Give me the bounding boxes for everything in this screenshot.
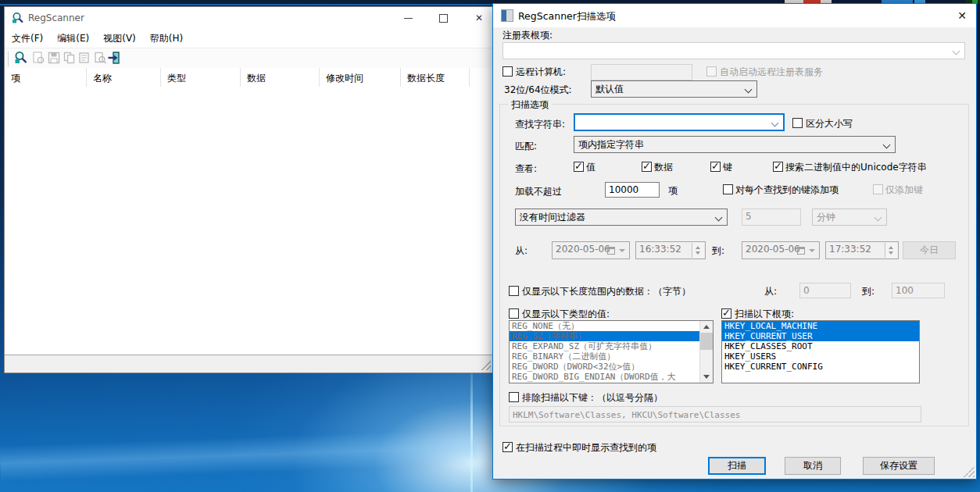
- case-sensitive-checkbox[interactable]: [792, 118, 803, 128]
- column-header-6[interactable]: 数据长度: [401, 68, 470, 87]
- exclude-keys-checkbox[interactable]: [509, 392, 519, 402]
- save-settings-button[interactable]: 保存设置: [863, 457, 935, 475]
- look-data-checkbox[interactable]: [642, 162, 652, 172]
- scan-button[interactable]: 扫描: [708, 457, 766, 475]
- menu-edit[interactable]: 编辑(E): [50, 29, 96, 48]
- dialog-title: RegScanner扫描选项: [518, 10, 616, 23]
- chevron-down-icon: [715, 214, 723, 222]
- resize-grip-icon[interactable]: [964, 466, 975, 477]
- menu-help[interactable]: 帮助(H): [143, 29, 190, 48]
- load-limit-prefix-label: 加载不超过: [515, 185, 562, 198]
- menu-file[interactable]: 文件(F): [5, 29, 50, 48]
- list-item[interactable]: REG_SZ（字符串）: [510, 331, 713, 341]
- match-label: 匹配:: [515, 140, 537, 153]
- list-item[interactable]: REG_DWORD（DWORD<32位>值）: [510, 362, 713, 372]
- length-to-label: 到:: [862, 285, 874, 298]
- column-header-1[interactable]: 项: [5, 68, 87, 87]
- column-header-4[interactable]: 数据: [241, 68, 320, 87]
- exclude-keys-label: 排除扫描以下键：（以逗号分隔）: [522, 391, 663, 405]
- column-header-5[interactable]: 修改时间: [320, 68, 401, 87]
- main-title-bar[interactable]: RegScanner ✕: [5, 7, 493, 29]
- registry-base-combobox[interactable]: [503, 42, 965, 59]
- time-filter-number-input: 5: [742, 209, 801, 226]
- list-item[interactable]: HKEY_CURRENT_USER: [722, 331, 919, 341]
- open-regedit-icon: [31, 51, 47, 66]
- load-limit-suffix-label: 项: [668, 184, 678, 198]
- list-item[interactable]: REG_BINARY（二进制值）: [510, 351, 713, 362]
- dialog-title-bar[interactable]: RegScanner扫描选项 ✕: [493, 4, 976, 27]
- chevron-down-icon: [953, 48, 960, 55]
- close-button[interactable]: ✕: [463, 7, 495, 29]
- show-found-during-scan-label: 在扫描过程中即时显示查找到的项: [516, 441, 656, 455]
- bitmode-label: 32位/64位模式:: [504, 84, 572, 97]
- desktop: RegScanner ✕ 文件(F)编辑(E)视图(V)帮助(H) 项名称类型数…: [0, 0, 980, 492]
- remote-computer-checkbox[interactable]: [503, 66, 513, 77]
- list-item[interactable]: HKEY_USERS: [722, 351, 919, 362]
- value-types-checkbox[interactable]: [509, 308, 519, 319]
- length-filter-label: 仅显示以下长度范围内的数据：（字节）: [522, 285, 691, 298]
- column-header-2[interactable]: 名称: [87, 68, 161, 87]
- from-time-spinner: 16:33:52: [635, 241, 706, 259]
- only-add-keys-label: 仅添加键: [885, 184, 923, 197]
- root-keys-listbox[interactable]: HKEY_LOCAL_MACHINEHKEY_CURRENT_USERHKEY_…: [721, 320, 920, 383]
- list-item[interactable]: HKEY_LOCAL_MACHINE: [722, 321, 919, 331]
- menu-view[interactable]: 视图(V): [96, 29, 143, 48]
- look-keys-checkbox[interactable]: [710, 162, 721, 172]
- resize-grip-icon[interactable]: [481, 361, 491, 370]
- bitmode-combobox[interactable]: 默认值: [591, 80, 757, 98]
- scan-options-group-title: 扫描选项: [508, 98, 552, 112]
- show-found-during-scan-checkbox[interactable]: [503, 442, 513, 452]
- scrollbar[interactable]: [699, 321, 713, 383]
- list-item[interactable]: HKEY_CLASSES_ROOT: [722, 341, 919, 351]
- dialog-close-button[interactable]: ✕: [948, 4, 976, 27]
- copy-icon: [63, 51, 78, 66]
- match-combobox[interactable]: 项内指定字符串: [574, 136, 896, 153]
- length-from-label: 从:: [764, 285, 777, 298]
- root-keys-label: 扫描以下根项:: [735, 308, 794, 321]
- root-keys-checkbox[interactable]: [721, 308, 731, 319]
- minimize-button[interactable]: [393, 7, 424, 29]
- wallpaper-light-beam: [0, 429, 477, 481]
- list-item[interactable]: REG_EXPAND_SZ（可扩充字符串值）: [510, 341, 713, 351]
- scrollbar-thumb[interactable]: [700, 333, 713, 350]
- from-label: 从:: [515, 244, 528, 258]
- find-string-combobox[interactable]: [574, 113, 785, 131]
- value-types-label: 仅显示以下类型的值:: [522, 308, 610, 321]
- look-values-checkbox[interactable]: [574, 162, 584, 172]
- exit-icon[interactable]: [107, 51, 123, 66]
- chevron-down-icon: [883, 141, 891, 149]
- scan-options-dialog: RegScanner扫描选项 ✕ 注册表根项: 远程计算机: 自动启动远程注册表…: [492, 3, 977, 480]
- load-limit-input[interactable]: 10000: [605, 182, 660, 198]
- column-header-filler: [470, 68, 493, 87]
- cancel-button[interactable]: 取消: [785, 457, 841, 475]
- list-item[interactable]: REG_NONE（无）: [510, 321, 713, 331]
- auto-start-remote-label: 自动启动远程注册表服务: [720, 66, 823, 79]
- scroll-down-icon[interactable]: [703, 375, 710, 379]
- regscanner-app-icon: [12, 12, 24, 24]
- results-list-area[interactable]: [5, 87, 493, 355]
- maximize-button[interactable]: [428, 7, 460, 29]
- auto-start-remote-checkbox: [706, 66, 717, 77]
- dialog-icon: [501, 9, 513, 22]
- list-item[interactable]: HKEY_CURRENT_CONFIG: [722, 362, 919, 372]
- value-types-listbox[interactable]: REG_NONE（无）REG_SZ（字符串）REG_EXPAND_SZ（可扩充字…: [509, 320, 714, 383]
- add-item-per-key-checkbox[interactable]: [723, 184, 733, 194]
- unicode-search-checkbox[interactable]: [773, 162, 783, 172]
- column-header-3[interactable]: 类型: [161, 68, 241, 87]
- wallpaper-streak: [0, 4, 494, 5]
- menu-bar: 文件(F)编辑(E)视图(V)帮助(H): [5, 29, 493, 48]
- from-date-picker: 2020-05-06: [552, 241, 630, 259]
- time-filter-unit-combobox: 分钟: [812, 209, 887, 226]
- look-data-label: 数据: [654, 161, 673, 174]
- length-to-input: 100: [892, 283, 945, 298]
- time-filter-combobox[interactable]: 没有时间过滤器: [515, 209, 728, 226]
- list-item[interactable]: REG_DWORD_BIG_ENDIAN（DWORD值，大: [510, 372, 713, 382]
- find-icon: [93, 51, 109, 66]
- unicode-search-label: 搜索二进制值中的Unicode字符串: [785, 161, 927, 174]
- scroll-up-icon[interactable]: [703, 325, 710, 329]
- chevron-down-icon: [771, 119, 779, 127]
- scan-icon[interactable]: [14, 51, 30, 66]
- add-item-per-key-label: 对每个查找到的键添加项: [735, 184, 839, 197]
- exclude-keys-input: HKLM\Software\Classes, HKCU\Software\Cla…: [509, 406, 921, 422]
- length-filter-checkbox[interactable]: [509, 286, 519, 296]
